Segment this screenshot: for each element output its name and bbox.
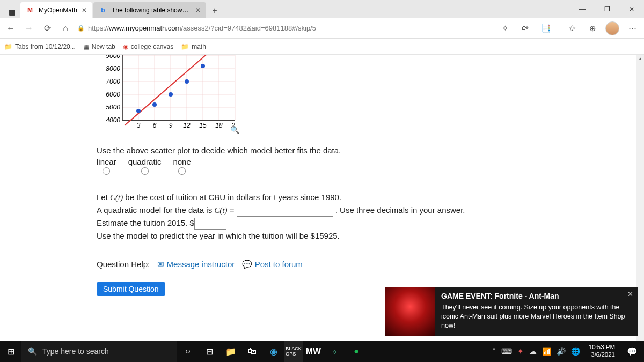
option-linear[interactable]: linear <box>97 157 116 175</box>
notification-body: They'll never see it coming. Size up you… <box>441 303 631 330</box>
keyboard-icon[interactable]: ⌨ <box>501 347 512 356</box>
bookmark-tabs-folder[interactable]: 📁Tabs from 10/12/20... <box>4 43 76 50</box>
store-icon[interactable]: 🛍 <box>241 341 263 362</box>
app-tray-icon[interactable]: ✦ <box>517 347 524 356</box>
scroll-up-icon[interactable]: ▲ <box>636 55 644 62</box>
reader-icon[interactable]: 📑 <box>538 21 553 36</box>
home-button[interactable]: ⌂ <box>59 22 72 35</box>
svg-point-33 <box>185 79 189 84</box>
url-field[interactable]: 🔒 https://www.myopenmath.com/assess2/?ci… <box>77 24 492 32</box>
bethesda-icon[interactable]: ⬨ <box>324 341 346 362</box>
svg-text:3: 3 <box>137 122 141 129</box>
url-prefix: https:// <box>88 24 109 32</box>
model-input[interactable] <box>237 205 333 217</box>
address-bar: ← → ⟳ ⌂ 🔒 https://www.myopenmath.com/ass… <box>0 18 644 39</box>
collections-icon[interactable]: ⊕ <box>585 21 600 36</box>
wifi-icon[interactable]: 📶 <box>542 347 551 356</box>
start-button[interactable]: ⊞ <box>0 341 21 362</box>
bookmark-canvas[interactable]: ◉college canvas <box>123 43 173 50</box>
close-window-button[interactable]: ✕ <box>619 0 644 18</box>
notification-image <box>385 287 435 336</box>
favicon-b: b <box>99 6 107 14</box>
svg-text:5000: 5000 <box>106 104 120 111</box>
svg-text:7000: 7000 <box>106 78 120 85</box>
message-instructor-link[interactable]: ✉ Message instructor <box>157 260 235 269</box>
vertical-scrollbar[interactable]: ▲ <box>636 55 644 341</box>
zoom-icon[interactable]: 🔍 <box>230 125 239 134</box>
question-paragraph-2: A quadratic model for the data is C(t) =… <box>97 204 636 217</box>
bookmark-math[interactable]: 📁math <box>181 43 206 50</box>
back-button[interactable]: ← <box>4 22 17 35</box>
question-help: Question Help: ✉ Message instructor 💬 Po… <box>97 260 636 269</box>
scatter-plot: 40005000 60007000 80009000 369 121518 21 <box>97 55 236 131</box>
radio-icon[interactable] <box>178 167 186 175</box>
model-options: linear quadratic none <box>97 157 636 175</box>
submit-question-button[interactable]: Submit Question <box>97 282 165 296</box>
close-notification-button[interactable]: ✕ <box>627 290 633 298</box>
mw-icon[interactable]: MW <box>303 341 324 362</box>
folder-icon: 📁 <box>4 43 12 50</box>
tab-title: MyOpenMath <box>39 6 77 14</box>
bookmark-newtab[interactable]: ▦New tab <box>83 43 115 50</box>
svg-text:6000: 6000 <box>106 91 120 98</box>
svg-text:18: 18 <box>215 122 223 129</box>
svg-text:15: 15 <box>199 122 207 129</box>
blackops-icon[interactable]: BLACKOPS <box>284 341 303 362</box>
language-icon[interactable]: 🌐 <box>571 347 580 356</box>
menu-button[interactable]: ⋯ <box>625 21 640 36</box>
tracking-icon[interactable]: ✧ <box>497 21 513 36</box>
svg-text:9: 9 <box>169 122 173 129</box>
radio-icon[interactable] <box>103 167 110 175</box>
option-quadratic[interactable]: quadratic <box>128 157 162 175</box>
notification-title: GAME EVENT: Fortnite - Ant-Man <box>441 291 631 301</box>
shopping-icon[interactable]: 🛍 <box>518 21 533 36</box>
url-host: www.myopenmath.com <box>109 24 181 32</box>
edge-icon[interactable]: ◉ <box>263 341 284 362</box>
tab-table[interactable]: b The following table shows the tu ✕ <box>93 2 206 18</box>
post-to-forum-link[interactable]: 💬 Post to forum <box>242 260 302 269</box>
svg-line-29 <box>125 55 214 125</box>
question-paragraph-4: Use the model to predict the year in whi… <box>97 230 636 242</box>
year-input[interactable] <box>342 231 374 242</box>
close-tab-icon[interactable]: ✕ <box>82 6 87 14</box>
close-tab-icon[interactable]: ✕ <box>195 6 201 14</box>
favorites-icon[interactable]: ✩ <box>565 21 580 36</box>
question-prompt: Use the above scatter plot to decide whi… <box>97 146 636 155</box>
svg-text:12: 12 <box>183 122 191 129</box>
svg-point-30 <box>136 109 141 113</box>
url-path: /assess2/?cid=97482&aid=6981188#/skip/5 <box>181 24 316 32</box>
action-center-icon[interactable]: 💬 <box>624 343 641 360</box>
profile-avatar[interactable] <box>605 21 619 35</box>
option-none[interactable]: none <box>173 157 191 175</box>
svg-text:6: 6 <box>153 122 157 129</box>
canvas-icon: ◉ <box>123 43 128 50</box>
search-placeholder: Type here to search <box>42 347 109 356</box>
tuition-2015-input[interactable] <box>194 218 226 230</box>
chevron-up-icon[interactable]: ˄ <box>492 347 496 356</box>
game-event-notification[interactable]: GAME EVENT: Fortnite - Ant-Man They'll n… <box>385 287 638 336</box>
radio-icon[interactable] <box>141 167 149 175</box>
explorer-icon[interactable]: 📁 <box>220 341 241 362</box>
minimize-button[interactable]: — <box>570 0 595 18</box>
cortana-icon[interactable]: ○ <box>177 341 199 362</box>
tab-myopenmath[interactable]: M MyOpenMath ✕ <box>20 2 92 18</box>
lock-icon: 🔒 <box>77 25 85 32</box>
svg-text:4000: 4000 <box>106 116 120 124</box>
task-view-icon[interactable]: ⊟ <box>199 341 220 362</box>
svg-point-32 <box>169 92 173 97</box>
volume-icon[interactable]: 🔊 <box>557 347 566 356</box>
maximize-button[interactable]: ❐ <box>595 0 619 18</box>
forward-button: → <box>23 22 35 35</box>
browser-titlebar: ▦ M MyOpenMath ✕ b The following table s… <box>0 0 644 18</box>
windows-taskbar: ⊞ 🔍 Type here to search ○ ⊟ 📁 🛍 ◉ BLACKO… <box>0 341 644 362</box>
bookmarks-bar: 📁Tabs from 10/12/20... ▦New tab ◉college… <box>0 39 644 55</box>
tab-actions-icon[interactable]: ▦ <box>5 5 18 18</box>
taskbar-search[interactable]: 🔍 Type here to search <box>21 341 177 362</box>
spotify-icon[interactable]: ● <box>346 341 367 362</box>
search-icon: 🔍 <box>28 347 37 356</box>
refresh-button[interactable]: ⟳ <box>41 22 54 35</box>
new-tab-button[interactable]: + <box>207 3 222 18</box>
question-paragraph-3: Estimate the tuition 2015. $ <box>97 217 636 230</box>
onedrive-icon[interactable]: ☁ <box>529 347 537 356</box>
taskbar-clock[interactable]: 10:53 PM 3/6/2021 <box>586 344 618 359</box>
